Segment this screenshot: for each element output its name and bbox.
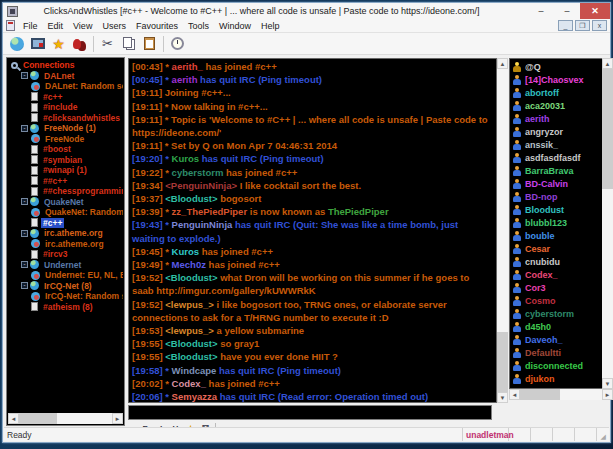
user-item[interactable]: cyberstorm: [510, 307, 602, 320]
tree-hscroll-thumb[interactable]: [19, 413, 57, 424]
user-item[interactable]: BarraBrava: [510, 164, 602, 177]
scroll-right-icon[interactable]: ►: [602, 389, 613, 400]
copy-button[interactable]: [118, 34, 139, 54]
menu-edit[interactable]: Edit: [43, 21, 69, 31]
menu-favourites[interactable]: Favourites: [131, 21, 183, 31]
tree-item[interactable]: FreeNode: [8, 134, 123, 145]
expander-icon[interactable]: -: [21, 125, 28, 132]
scroll-down-icon[interactable]: ▼: [602, 378, 613, 389]
user-item[interactable]: Codex_: [510, 268, 602, 281]
mdi-restore-button[interactable]: ❐: [575, 20, 590, 31]
user-list[interactable]: @Q[14]Chaosvexabortoffaca20031aerithangr…: [509, 58, 602, 389]
identities-masks-button[interactable]: [69, 34, 90, 54]
menu-view[interactable]: View: [68, 21, 97, 31]
user-item[interactable]: @Q: [510, 60, 602, 73]
tree-item[interactable]: #c++: [8, 92, 123, 103]
menu-users[interactable]: Users: [97, 21, 131, 31]
userlist-vertical-scrollbar[interactable]: ▲ ▼: [602, 58, 613, 389]
minimize-button[interactable]: –: [528, 3, 554, 19]
tree-item[interactable]: -QuakeNet: [8, 197, 123, 208]
userlist-horizontal-scrollbar[interactable]: ◄ ►: [509, 389, 613, 400]
user-item[interactable]: Cesar: [510, 242, 602, 255]
user-item[interactable]: Defaultti: [510, 346, 602, 359]
tree-item[interactable]: Connections: [8, 60, 123, 71]
tree-hscroll-track[interactable]: [19, 413, 112, 424]
expander-icon[interactable]: -: [21, 198, 28, 205]
user-item[interactable]: angryzor: [510, 125, 602, 138]
scroll-left-icon[interactable]: ◄: [8, 413, 19, 424]
user-item[interactable]: Cor3: [510, 281, 602, 294]
resize-grip[interactable]: ◢: [597, 428, 609, 441]
tree-item[interactable]: #include: [8, 102, 123, 113]
paste-button[interactable]: [139, 34, 160, 54]
expander-icon[interactable]: -: [21, 261, 28, 268]
tree-item[interactable]: #clicksandwhistles: [8, 113, 123, 124]
chat-vscroll-thumb[interactable]: [497, 332, 508, 392]
scroll-up-icon[interactable]: ▲: [497, 58, 508, 69]
tree-item[interactable]: DALnet: Random server: [8, 81, 123, 92]
tree-item[interactable]: #symbian: [8, 155, 123, 166]
tree-item[interactable]: #winapi (1): [8, 165, 123, 176]
tree-item[interactable]: -Undernet: [8, 260, 123, 271]
user-item[interactable]: Cosmo: [510, 294, 602, 307]
scheduler-clock-button[interactable]: [167, 34, 188, 54]
tree-item[interactable]: -DALnet: [8, 71, 123, 82]
scroll-up-icon[interactable]: ▲: [602, 58, 613, 69]
scroll-left-icon[interactable]: ◄: [509, 389, 520, 400]
favourites-star-button[interactable]: ★: [48, 34, 69, 54]
menu-window[interactable]: Window: [214, 21, 256, 31]
user-item[interactable]: cnubidu: [510, 255, 602, 268]
tree-item[interactable]: #c++: [8, 218, 123, 229]
close-button[interactable]: ✕: [580, 3, 610, 19]
menu-help[interactable]: Help: [256, 21, 285, 31]
user-item[interactable]: d45h0: [510, 320, 602, 333]
user-item[interactable]: BD-nop: [510, 190, 602, 203]
tree-item[interactable]: -FreeNode (1): [8, 123, 123, 134]
user-item[interactable]: bouble: [510, 229, 602, 242]
userlist-hscroll-track[interactable]: [520, 389, 602, 400]
tree-item[interactable]: #boost: [8, 144, 123, 155]
userlist-hscroll-thumb[interactable]: [520, 389, 560, 400]
channel-window-button[interactable]: [27, 34, 48, 54]
tree-item[interactable]: #atheism (8): [8, 302, 123, 313]
tree-item[interactable]: IrCQ-Net: Random server: [8, 291, 123, 302]
tree-item[interactable]: Undernet: EU, NL, Ede: [8, 270, 123, 281]
connections-globe-button[interactable]: [6, 34, 27, 54]
menu-file[interactable]: File: [18, 21, 43, 31]
scroll-right-icon[interactable]: ►: [112, 413, 123, 424]
tree-item[interactable]: -irc.atheme.org: [8, 228, 123, 239]
tree-item[interactable]: irc.atheme.org: [8, 239, 123, 250]
user-item[interactable]: BD-Calvin: [510, 177, 602, 190]
user-item[interactable]: Daveoh_: [510, 333, 602, 346]
user-item[interactable]: aca20031: [510, 99, 602, 112]
maximize-button[interactable]: –: [554, 3, 580, 19]
user-item[interactable]: Bloodust: [510, 203, 602, 216]
scroll-down-icon[interactable]: ▼: [497, 392, 508, 403]
title-bar[interactable]: ClicksAndWhistles [#c++ - Welcome to #C+…: [3, 3, 610, 19]
tree-horizontal-scrollbar[interactable]: ◄ ►: [8, 413, 123, 424]
tree-item[interactable]: ##c++: [8, 176, 123, 187]
mdi-minimize-button[interactable]: _: [558, 20, 573, 31]
user-item[interactable]: djukon: [510, 372, 602, 385]
menu-tools[interactable]: Tools: [183, 21, 214, 31]
user-item[interactable]: disconnected: [510, 359, 602, 372]
tree-item[interactable]: ##chessprogramming: [8, 186, 123, 197]
tree-item[interactable]: QuakeNet: Random SE se: [8, 207, 123, 218]
user-item[interactable]: abortoff: [510, 86, 602, 99]
tree-item[interactable]: -IrCQ-Net (8): [8, 281, 123, 292]
user-item[interactable]: [14]Chaosvex: [510, 73, 602, 86]
user-item[interactable]: asdfasdfasdf: [510, 151, 602, 164]
message-input[interactable]: [128, 405, 492, 420]
user-item[interactable]: blubbl123: [510, 216, 602, 229]
expander-icon[interactable]: -: [21, 230, 28, 237]
user-item[interactable]: aerith: [510, 112, 602, 125]
mdi-close-button[interactable]: x: [592, 20, 607, 31]
user-item[interactable]: anssik_: [510, 138, 602, 151]
userlist-vscroll-thumb[interactable]: [602, 69, 613, 189]
chat-log[interactable]: [00:43] * aerith_ has joined #c++[00:45]…: [128, 58, 497, 403]
cut-button[interactable]: ✂: [97, 34, 118, 54]
chat-vertical-scrollbar[interactable]: ▲ ▼: [497, 58, 508, 403]
expander-icon[interactable]: -: [21, 282, 28, 289]
tree-item[interactable]: #ircv3: [8, 249, 123, 260]
expander-icon[interactable]: -: [21, 72, 28, 79]
